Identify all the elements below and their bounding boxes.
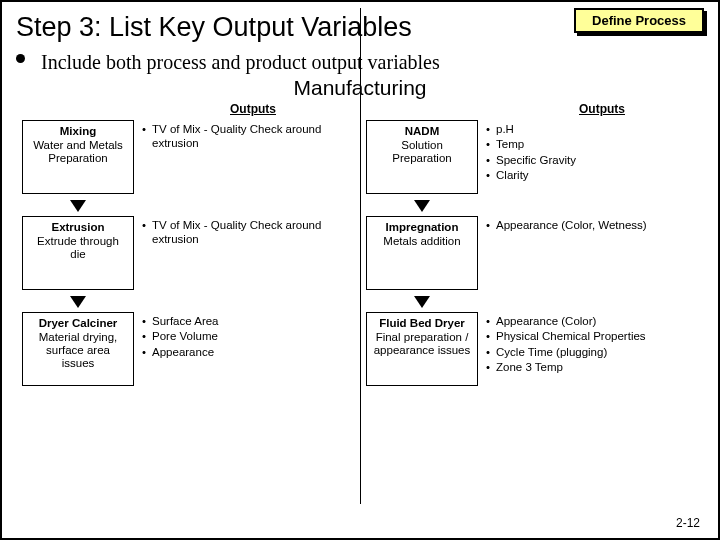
outputs-impregnation: Appearance (Color, Wetness) [486,216,698,233]
outputs-fluid-bed-dryer: Appearance (Color) Physical Chemical Pro… [486,312,698,376]
subtitle-text: Include both process and product output … [41,51,440,74]
right-column: Outputs NADM Solution Preparation p.H Te… [360,102,704,396]
right-row-1: NADM Solution Preparation p.H Temp Speci… [366,120,698,194]
box-desc: Solution Preparation [373,139,471,165]
output-item: Pore Volume [142,329,354,343]
box-desc: Extrude through die [29,235,127,261]
box-impregnation: Impregnation Metals addition [366,216,478,290]
box-fluid-bed-dryer: Fluid Bed Dryer Final preparation / appe… [366,312,478,386]
right-row-3: Fluid Bed Dryer Final preparation / appe… [366,312,698,386]
box-desc: Water and Metals Preparation [29,139,127,165]
box-desc: Final preparation / appearance issues [373,331,471,357]
outputs-extrusion: TV of Mix - Quality Check around extrusi… [142,216,354,248]
output-item: Appearance (Color, Wetness) [486,218,698,232]
box-desc: Metals addition [373,235,471,248]
output-item: p.H [486,122,698,136]
svg-marker-2 [414,200,430,212]
output-item: Temp [486,137,698,151]
left-column: Outputs Mixing Water and Metals Preparat… [16,102,360,396]
outputs-header-right: Outputs [366,102,698,116]
box-title: Mixing [29,125,127,137]
outputs-mixing: TV of Mix - Quality Check around extrusi… [142,120,354,152]
box-extrusion: Extrusion Extrude through die [22,216,134,290]
left-row-2: Extrusion Extrude through die TV of Mix … [22,216,354,290]
output-item: TV of Mix - Quality Check around extrusi… [142,122,354,151]
outputs-dryer-calciner: Surface Area Pore Volume Appearance [142,312,354,360]
slide-frame: Define Process Step 3: List Key Output V… [0,0,720,540]
box-title: Extrusion [29,221,127,233]
outputs-header-left: Outputs [22,102,354,116]
output-item: Appearance [142,345,354,359]
svg-marker-0 [70,200,86,212]
output-item: Zone 3 Temp [486,360,698,374]
left-row-1: Mixing Water and Metals Preparation TV o… [22,120,354,194]
box-title: NADM [373,125,471,137]
output-item: Cycle Time (plugging) [486,345,698,359]
page-number: 2-12 [676,516,700,530]
arrow-down-icon [68,294,354,308]
box-mixing: Mixing Water and Metals Preparation [22,120,134,194]
output-item: Appearance (Color) [486,314,698,328]
arrow-down-icon [412,198,698,212]
left-row-3: Dryer Calciner Material drying, surface … [22,312,354,386]
box-title: Fluid Bed Dryer [373,317,471,329]
right-row-2: Impregnation Metals addition Appearance … [366,216,698,290]
box-nadm: NADM Solution Preparation [366,120,478,194]
box-desc: Material drying, surface area issues [29,331,127,371]
columns: Outputs Mixing Water and Metals Preparat… [16,102,704,396]
output-item: Specific Gravity [486,153,698,167]
box-dryer-calciner: Dryer Calciner Material drying, surface … [22,312,134,386]
bullet-icon [16,54,25,63]
output-item: Surface Area [142,314,354,328]
output-item: TV of Mix - Quality Check around extrusi… [142,218,354,247]
output-item: Physical Chemical Properties [486,329,698,343]
box-title: Dryer Calciner [29,317,127,329]
arrow-down-icon [412,294,698,308]
define-process-badge: Define Process [574,8,704,33]
box-title: Impregnation [373,221,471,233]
svg-marker-1 [70,296,86,308]
output-item: Clarity [486,168,698,182]
outputs-nadm: p.H Temp Specific Gravity Clarity [486,120,698,184]
svg-marker-3 [414,296,430,308]
arrow-down-icon [68,198,354,212]
